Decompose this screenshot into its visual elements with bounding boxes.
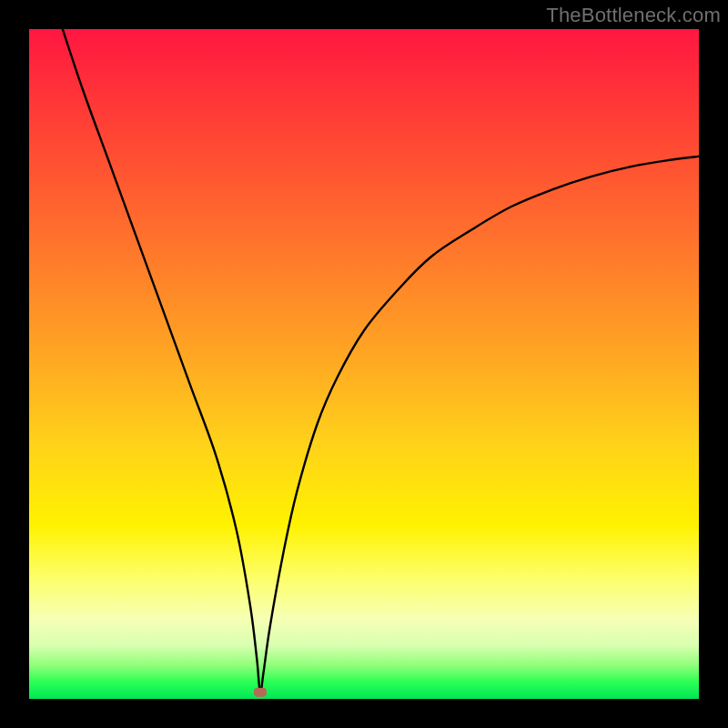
bottleneck-curve bbox=[63, 29, 699, 693]
optimal-point-marker bbox=[254, 688, 267, 697]
chart-frame: TheBottleneck.com bbox=[0, 0, 728, 728]
curve-layer bbox=[29, 29, 699, 699]
watermark-text: TheBottleneck.com bbox=[546, 4, 721, 27]
plot-area bbox=[29, 29, 699, 699]
